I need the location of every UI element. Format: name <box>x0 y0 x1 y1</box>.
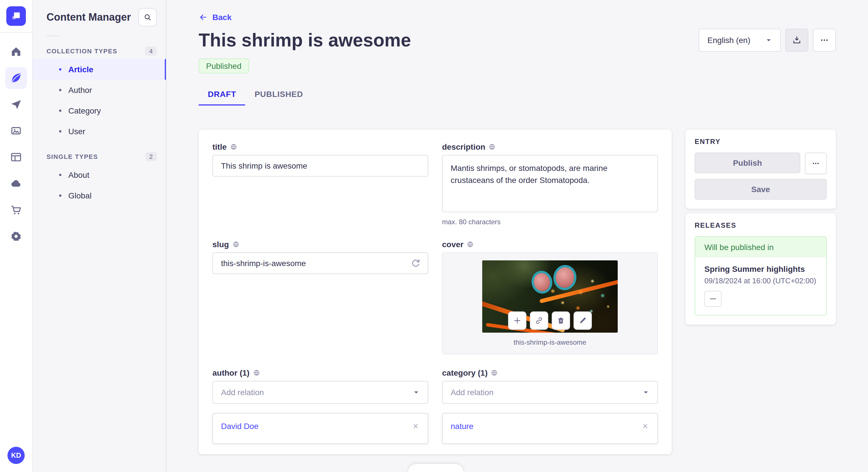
author-relation-link[interactable]: David Doe <box>221 422 259 431</box>
cover-filename: this-shrimp-is-awesome <box>443 338 657 346</box>
trash-icon <box>556 316 565 325</box>
save-button[interactable]: Save <box>694 179 827 200</box>
globe-icon <box>467 241 474 248</box>
logo-container <box>0 0 32 33</box>
sidebar-item-global[interactable]: Global <box>33 185 166 206</box>
bullet-icon <box>59 174 61 176</box>
chevron-down-icon <box>413 389 420 396</box>
marketplace-cart-icon[interactable] <box>5 199 27 221</box>
sidebar-item-article[interactable]: Article <box>33 59 166 80</box>
deploy-cloud-icon[interactable] <box>5 173 27 194</box>
export-button[interactable] <box>785 29 808 52</box>
sidebar-item-label: Article <box>68 65 93 74</box>
back-label: Back <box>212 12 231 22</box>
sidebar-item-label: Category <box>68 106 101 115</box>
search-icon <box>143 12 152 22</box>
strapi-logo[interactable] <box>6 6 26 26</box>
author-select-placeholder: Add relation <box>221 388 264 397</box>
sidebar-item-label: About <box>68 170 89 179</box>
title-field-label: title <box>212 142 227 151</box>
copy-link-button[interactable] <box>530 311 548 330</box>
bullet-icon <box>59 194 61 197</box>
download-icon <box>792 35 802 45</box>
globe-icon <box>253 369 260 376</box>
globe-icon <box>232 241 239 248</box>
tab-draft[interactable]: DRAFT <box>198 85 245 105</box>
cover-field-label: cover <box>442 240 464 249</box>
app-root: KD Content Manager COLLECTION TYPES 4 Ar… <box>0 0 868 472</box>
author-field-label: author (1) <box>212 368 249 377</box>
collection-types-label: COLLECTION TYPES <box>46 47 117 55</box>
category-relation-link[interactable]: nature <box>451 422 473 431</box>
icon-rail: KD <box>0 0 33 472</box>
title-input[interactable] <box>212 155 428 177</box>
sidebar-item-label: Author <box>68 86 92 95</box>
content-manager-icon[interactable] <box>5 67 27 89</box>
locale-select[interactable]: English (en) <box>699 29 781 52</box>
more-actions-button[interactable] <box>813 29 836 52</box>
releases-panel: RELEASES Will be published in Spring Sum… <box>685 213 836 325</box>
release-more-button[interactable] <box>704 291 722 307</box>
bullet-icon <box>59 89 61 91</box>
description-textarea[interactable]: Mantis shrimps, or stomatopods, are mari… <box>442 155 658 212</box>
field-author: author (1) Add relation David Doe <box>212 368 428 444</box>
scroll-widget[interactable] <box>408 464 463 472</box>
field-description: description Mantis shrimps, or stomatopo… <box>442 142 658 226</box>
sidebar-item-label: Global <box>68 191 92 200</box>
version-tabs: DRAFT PUBLISHED <box>198 85 836 105</box>
plus-icon <box>513 316 522 325</box>
right-sidebar: ENTRY Publish Save RELEASES Will be publ… <box>685 130 836 325</box>
publish-button[interactable]: Publish <box>694 153 800 173</box>
edit-media-button[interactable] <box>574 311 592 330</box>
header-actions: English (en) <box>699 29 836 52</box>
releases-icon[interactable] <box>5 94 27 115</box>
release-name[interactable]: Spring Summer highlights <box>704 264 817 274</box>
author-relation-select[interactable]: Add relation <box>212 381 428 404</box>
bullet-icon <box>59 109 61 112</box>
divider <box>46 36 60 36</box>
home-icon[interactable] <box>5 41 27 63</box>
media-library-icon[interactable] <box>5 120 27 142</box>
entry-panel-title: ENTRY <box>694 138 827 146</box>
tab-published[interactable]: PUBLISHED <box>245 85 312 105</box>
delete-media-button[interactable] <box>552 311 570 330</box>
category-relation-select[interactable]: Add relation <box>442 381 658 404</box>
globe-icon <box>489 143 496 150</box>
category-relation-item: nature <box>442 413 658 444</box>
slug-input[interactable] <box>212 252 428 274</box>
release-card: Will be published in Spring Summer highl… <box>694 236 827 315</box>
globe-icon <box>230 143 237 150</box>
search-button[interactable] <box>138 8 157 26</box>
cover-image[interactable] <box>482 260 618 333</box>
sidebar-item-label: User <box>68 127 85 136</box>
description-field-label: description <box>442 142 485 151</box>
sidebar-item-user[interactable]: User <box>33 121 166 142</box>
ellipsis-icon <box>709 295 717 303</box>
field-cover: cover <box>442 240 658 355</box>
field-category: category (1) Add relation nature <box>442 368 658 444</box>
field-slug: slug <box>212 240 428 355</box>
entry-more-button[interactable] <box>805 153 827 174</box>
user-avatar[interactable]: KD <box>7 447 25 464</box>
regenerate-slug-icon[interactable] <box>410 258 422 269</box>
edit-form-card: title description Mantis shrimps, or sto… <box>198 130 672 454</box>
sidebar-item-about[interactable]: About <box>33 165 166 185</box>
content-type-builder-icon[interactable] <box>5 146 27 168</box>
bullet-icon <box>59 68 61 71</box>
add-media-button[interactable] <box>508 311 526 330</box>
slug-field-label: slug <box>212 240 229 249</box>
settings-gear-icon[interactable] <box>5 225 27 247</box>
category-field-label: category (1) <box>442 368 488 377</box>
sidebar-item-category[interactable]: Category <box>33 100 166 121</box>
back-link[interactable]: Back <box>198 12 231 22</box>
pencil-icon <box>578 316 587 325</box>
single-types-label: SINGLE TYPES <box>46 153 98 160</box>
cover-media-card: this-shrimp-is-awesome <box>442 252 658 355</box>
releases-panel-title: RELEASES <box>694 222 827 229</box>
collection-types-list: Article Author Category User <box>33 59 166 142</box>
remove-relation-icon[interactable] <box>641 422 649 430</box>
sidebar-item-author[interactable]: Author <box>33 80 166 100</box>
author-relation-item: David Doe <box>212 413 428 444</box>
remove-relation-icon[interactable] <box>412 422 420 430</box>
ellipsis-icon <box>819 35 830 45</box>
